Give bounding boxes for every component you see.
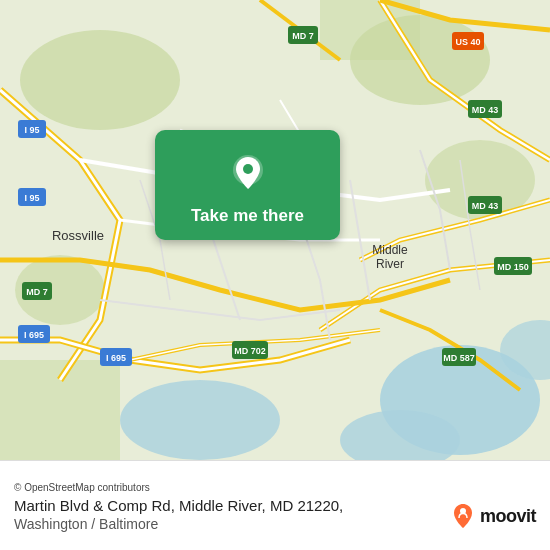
svg-text:Rossville: Rossville xyxy=(52,228,104,243)
svg-text:I 695: I 695 xyxy=(24,330,44,340)
app-container: I 95 I 95 I 695 I 695 MD 7 MD 7 MD 43 MD… xyxy=(0,0,550,550)
moovit-icon xyxy=(449,502,477,530)
svg-point-7 xyxy=(120,380,280,460)
cta-box[interactable]: Take me there xyxy=(155,130,340,240)
svg-text:MD 7: MD 7 xyxy=(292,31,314,41)
svg-text:MD 702: MD 702 xyxy=(234,346,266,356)
moovit-logo: moovit xyxy=(449,502,536,530)
osm-credit: © OpenStreetMap contributors xyxy=(14,482,536,493)
svg-text:US 40: US 40 xyxy=(455,37,480,47)
svg-text:I 95: I 95 xyxy=(24,125,39,135)
svg-text:MD 43: MD 43 xyxy=(472,105,499,115)
info-bar: © OpenStreetMap contributors Martin Blvd… xyxy=(0,460,550,550)
svg-text:MD 587: MD 587 xyxy=(443,353,475,363)
location-pin-icon xyxy=(223,148,273,198)
svg-text:I 95: I 95 xyxy=(24,193,39,203)
svg-point-39 xyxy=(243,164,253,174)
moovit-text: moovit xyxy=(480,506,536,527)
map-area: I 95 I 95 I 695 I 695 MD 7 MD 7 MD 43 MD… xyxy=(0,0,550,460)
cta-container: Take me there xyxy=(155,130,340,240)
svg-text:MD 43: MD 43 xyxy=(472,201,499,211)
svg-text:River: River xyxy=(376,257,404,271)
svg-text:MD 150: MD 150 xyxy=(497,262,529,272)
osm-credit-text: © OpenStreetMap contributors xyxy=(14,482,150,493)
svg-point-1 xyxy=(20,30,180,130)
svg-text:Middle: Middle xyxy=(372,243,408,257)
svg-text:MD 7: MD 7 xyxy=(26,287,48,297)
cta-label: Take me there xyxy=(191,206,304,226)
svg-text:I 695: I 695 xyxy=(106,353,126,363)
